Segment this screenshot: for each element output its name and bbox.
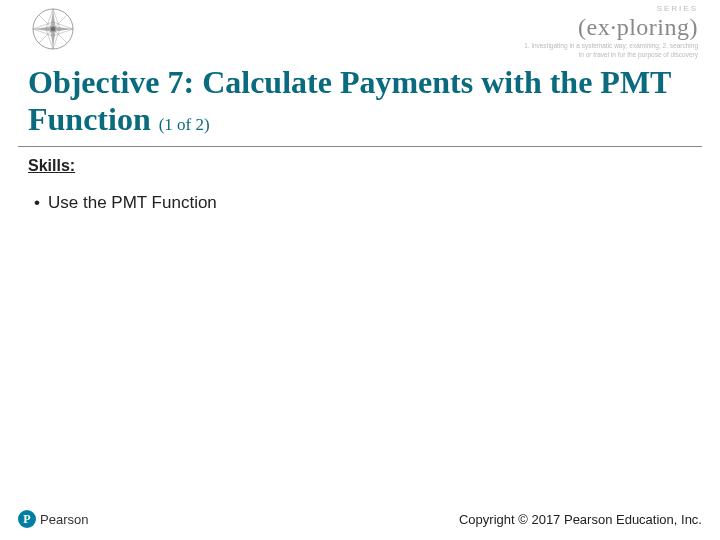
skills-label: Skills: [28, 157, 692, 175]
slide-title: Objective 7: Calculate Payments with the… [28, 64, 692, 138]
exploring-tagline-1: 1. investigating in a systematic way; ex… [524, 42, 698, 50]
list-item: Use the PMT Function [34, 193, 692, 213]
compass-icon [30, 6, 76, 52]
exploring-tagline-2: in or travel in for the purpose of disco… [524, 51, 698, 59]
pearson-text: Pearson [40, 512, 88, 527]
title-part: (1 of 2) [159, 115, 210, 134]
pearson-logo: P Pearson [18, 510, 88, 528]
slide-footer: P Pearson Copyright © 2017 Pearson Educa… [0, 504, 720, 534]
title-block: Objective 7: Calculate Payments with the… [0, 64, 720, 138]
slide-header: SERIES (ex·ploring) 1. investigating in … [0, 0, 720, 60]
series-label: SERIES [524, 4, 698, 13]
skills-list: Use the PMT Function [28, 193, 692, 213]
title-main: Objective 7: Calculate Payments with the… [28, 64, 671, 137]
svg-point-15 [51, 27, 55, 31]
exploring-wordmark: (ex·ploring) [524, 14, 698, 41]
slide-body: Skills: Use the PMT Function [0, 147, 720, 213]
pearson-p-icon: P [18, 510, 36, 528]
copyright-text: Copyright © 2017 Pearson Education, Inc. [459, 512, 702, 527]
exploring-logo: SERIES (ex·ploring) 1. investigating in … [524, 4, 698, 59]
